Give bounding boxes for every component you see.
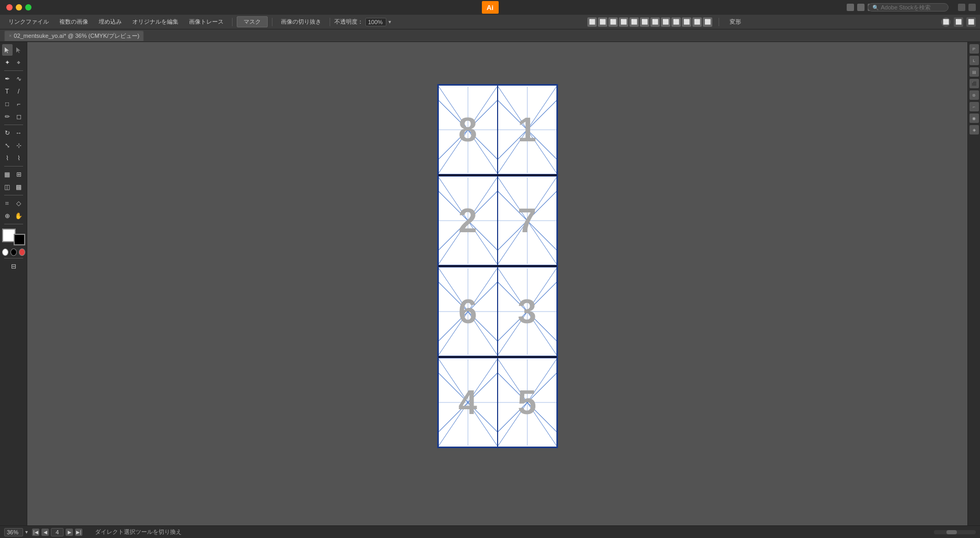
zoom-input[interactable] bbox=[4, 528, 23, 536]
pen-tools: ✒ ∿ bbox=[2, 73, 25, 85]
type-tool[interactable]: T bbox=[2, 86, 13, 97]
artboard-tool[interactable]: ⊟ bbox=[2, 261, 25, 272]
column-graph-tool[interactable]: ▦ bbox=[2, 169, 13, 180]
grid-cell-8[interactable]: 8 bbox=[438, 85, 498, 174]
align-icon-6[interactable]: ⬜ bbox=[640, 17, 649, 27]
magic-wand-tool[interactable]: ✦ bbox=[2, 57, 13, 68]
crop-image-button[interactable]: 画像の切り抜き bbox=[277, 17, 325, 27]
paintbrush-tool[interactable]: ⌐ bbox=[14, 98, 24, 110]
mesh-tool[interactable]: ⊞ bbox=[14, 169, 24, 180]
rotate-tools: ↻ ↔ bbox=[2, 127, 25, 139]
chart-tool[interactable]: ▩ bbox=[14, 181, 24, 193]
title-icon-2[interactable] bbox=[857, 4, 865, 11]
document-tab[interactable]: × 02_mentsuke_yo.ai* @ 36% (CMYK/プレビュー) bbox=[4, 30, 144, 41]
transform-button[interactable]: 変形 bbox=[725, 17, 745, 27]
opacity-dropdown-icon[interactable]: ▾ bbox=[388, 19, 391, 25]
grid-cell-4[interactable]: 4 bbox=[438, 358, 498, 447]
libraries-panel-btn[interactable]: L bbox=[970, 56, 979, 65]
eyedropper-tool[interactable]: ⌗ bbox=[2, 198, 13, 209]
red-color-btn[interactable] bbox=[19, 249, 25, 256]
grid-cell-5[interactable]: 5 bbox=[498, 358, 557, 447]
scale-tool[interactable]: ⤡ bbox=[2, 140, 13, 151]
align-icon-5[interactable]: ⬜ bbox=[629, 17, 639, 27]
gradient-tool[interactable]: ◫ bbox=[2, 181, 13, 193]
pen-tool[interactable]: ✒ bbox=[2, 73, 13, 85]
align-icon-11[interactable]: ⬜ bbox=[692, 17, 702, 27]
opacity-input[interactable] bbox=[365, 18, 386, 26]
rectangle-tool[interactable]: □ bbox=[2, 98, 13, 110]
background-color[interactable] bbox=[14, 234, 25, 245]
search-input[interactable] bbox=[881, 4, 944, 11]
color-swatch-area bbox=[2, 229, 25, 245]
align-icon-3[interactable]: ⬜ bbox=[608, 17, 618, 27]
minimize-button[interactable] bbox=[16, 4, 22, 11]
line-tool[interactable]: / bbox=[14, 86, 24, 97]
multiple-image-button[interactable]: 複数の画像 bbox=[55, 17, 92, 27]
align-icon-8[interactable]: ⬜ bbox=[661, 17, 670, 27]
selection-tool[interactable] bbox=[2, 44, 13, 56]
title-icon-1[interactable] bbox=[847, 4, 854, 11]
tab-close-icon[interactable]: × bbox=[9, 33, 12, 38]
arrange-icon[interactable]: ⬜ bbox=[941, 17, 951, 27]
width-tool[interactable]: ⌇ bbox=[14, 152, 24, 164]
black-color-btn[interactable] bbox=[10, 249, 17, 256]
swatches-panel-btn[interactable]: ⬛ bbox=[970, 79, 979, 88]
traffic-lights bbox=[0, 4, 31, 11]
align-icon-10[interactable]: ⬜ bbox=[682, 17, 691, 27]
grid-cell-1[interactable]: 1 bbox=[498, 85, 557, 174]
layout-icon[interactable] bbox=[968, 4, 976, 11]
brushes-panel-btn[interactable]: ⌐ bbox=[970, 102, 979, 111]
none-color-btn[interactable] bbox=[2, 249, 8, 256]
next-page-btn[interactable]: ▶ bbox=[66, 529, 73, 536]
reflect-tool[interactable]: ↔ bbox=[14, 127, 24, 139]
appearance-panel-btn[interactable]: ◈ bbox=[970, 125, 979, 134]
grid-cell-7[interactable]: 7 bbox=[498, 176, 557, 265]
prev-page-btn[interactable]: ◀ bbox=[41, 529, 49, 536]
last-page-btn[interactable]: ▶| bbox=[75, 529, 82, 536]
align-icon-7[interactable]: ⬜ bbox=[650, 17, 660, 27]
type-tools: T / bbox=[2, 86, 25, 97]
align-icon-4[interactable]: ⬜ bbox=[619, 17, 628, 27]
paint-bucket-tool[interactable]: ◇ bbox=[14, 198, 24, 209]
warp-tools: ⌇ ⌇ bbox=[2, 152, 25, 164]
hand-tool[interactable]: ✋ bbox=[14, 210, 24, 222]
link-file-button[interactable]: リンクファイル bbox=[4, 17, 53, 27]
properties-panel-btn[interactable]: P bbox=[970, 44, 979, 54]
align-icon-12[interactable]: ⬜ bbox=[703, 17, 712, 27]
layers-panel-btn[interactable]: ▤ bbox=[970, 67, 979, 77]
image-trace-button[interactable]: 画像トレース bbox=[185, 17, 228, 27]
search-bar[interactable]: 🔍 bbox=[868, 3, 949, 12]
window-icon[interactable]: ⬜ bbox=[954, 17, 963, 27]
curvature-tool[interactable]: ∿ bbox=[14, 73, 24, 85]
grid-cell-2[interactable]: 2 bbox=[438, 176, 498, 265]
first-page-btn[interactable]: |◀ bbox=[32, 529, 39, 536]
reshape-tool[interactable]: ⊹ bbox=[14, 140, 24, 151]
symbols-panel-btn[interactable]: ⊛ bbox=[970, 90, 979, 100]
align-icon-2[interactable]: ⬜ bbox=[598, 17, 607, 27]
expand-icon[interactable] bbox=[958, 4, 965, 11]
close-button[interactable] bbox=[6, 4, 13, 11]
grid-cell-3[interactable]: 3 bbox=[498, 267, 557, 356]
rotate-tool[interactable]: ↻ bbox=[2, 127, 13, 139]
fullscreen-icon[interactable]: ⬜ bbox=[966, 17, 976, 27]
symbol-tools: ▦ ⊞ bbox=[2, 169, 25, 180]
graphic-styles-panel-btn[interactable]: ◉ bbox=[970, 113, 979, 123]
canvas-area[interactable]: 8 1 bbox=[27, 42, 967, 525]
pencil-tool[interactable]: ✏ bbox=[2, 111, 13, 122]
page-input[interactable] bbox=[51, 528, 64, 536]
direct-selection-tool[interactable] bbox=[14, 44, 24, 56]
eraser-tool[interactable]: ◻ bbox=[14, 111, 24, 122]
maximize-button[interactable] bbox=[25, 4, 31, 11]
edit-original-button[interactable]: オリジナルを編集 bbox=[128, 17, 183, 27]
zoom-tool[interactable]: ⊕ bbox=[2, 210, 13, 222]
separator-1 bbox=[232, 18, 233, 26]
mask-button[interactable]: マスク bbox=[237, 16, 268, 27]
align-icon-9[interactable]: ⬜ bbox=[671, 17, 681, 27]
grid-cell-6[interactable]: 6 bbox=[438, 267, 498, 356]
warp-tool[interactable]: ⌇ bbox=[2, 152, 13, 164]
align-icon-1[interactable]: ⬜ bbox=[587, 17, 597, 27]
embed-button[interactable]: 埋め込み bbox=[94, 17, 126, 27]
zoom-dropdown-icon[interactable]: ▾ bbox=[25, 529, 28, 535]
lasso-tool[interactable]: ⌖ bbox=[14, 57, 24, 68]
artwork-container: 8 1 bbox=[437, 84, 558, 448]
